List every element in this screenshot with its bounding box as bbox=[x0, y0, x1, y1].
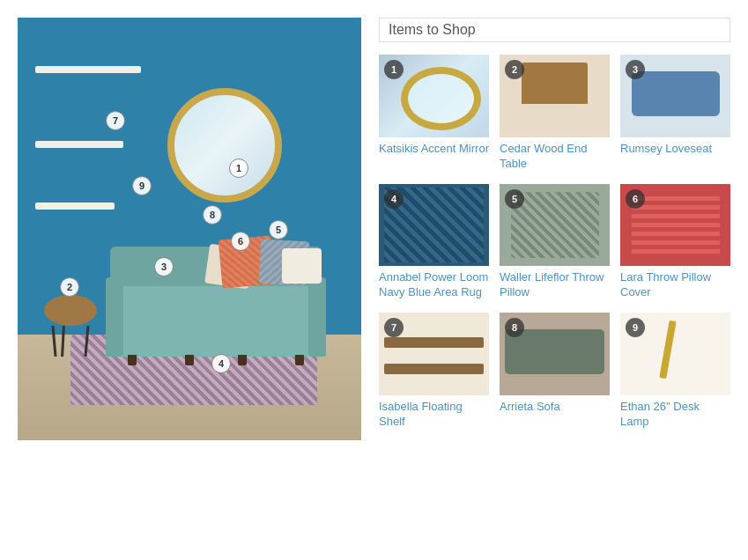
item-num-badge-4: 4 bbox=[384, 189, 404, 209]
item-num-badge-7: 7 bbox=[384, 318, 404, 337]
room-badge-7: 7 bbox=[106, 111, 125, 130]
item-card-7[interactable]: 7Isabella Floating Shelf bbox=[379, 313, 489, 430]
sofa-arm-left bbox=[106, 277, 123, 357]
room-mirror-prop bbox=[167, 88, 282, 203]
item-card-4[interactable]: 4Annabel Power Loom Navy Blue Area Rug bbox=[379, 184, 489, 301]
item-card-6[interactable]: 6Lara Throw Pillow Cover bbox=[620, 184, 730, 301]
item-image-wrap-5: 5 bbox=[500, 184, 610, 267]
item-name-3[interactable]: Rumsey Loveseat bbox=[620, 142, 730, 157]
item-name-4[interactable]: Annabel Power Loom Navy Blue Area Rug bbox=[379, 270, 489, 300]
item-image-wrap-2: 2 bbox=[500, 55, 610, 137]
item-num-badge-3: 3 bbox=[626, 60, 645, 79]
item-num-badge-2: 2 bbox=[505, 60, 524, 79]
item-num-badge-5: 5 bbox=[505, 189, 524, 209]
items-grid: 1Katsikis Accent Mirror2Cedar Wood End T… bbox=[379, 55, 730, 430]
room-badge-1: 1 bbox=[229, 158, 248, 178]
item-name-2[interactable]: Cedar Wood End Table bbox=[500, 142, 610, 172]
room-badge-6: 6 bbox=[231, 232, 250, 251]
room-badge-5: 5 bbox=[269, 220, 288, 239]
item-image-wrap-8: 8 bbox=[500, 313, 610, 395]
room-sofa-prop bbox=[106, 251, 326, 357]
room-image: 1 2 3 4 5 6 7 8 9 bbox=[18, 18, 361, 440]
room-endtable-prop bbox=[44, 295, 97, 357]
item-num-badge-6: 6 bbox=[626, 189, 645, 209]
shelf-top bbox=[35, 66, 141, 73]
item-name-9[interactable]: Ethan 26" Desk Lamp bbox=[620, 400, 730, 430]
room-badge-2: 2 bbox=[60, 277, 79, 297]
sofa-leg bbox=[295, 355, 304, 365]
item-name-5[interactable]: Waller Lifeflor Throw Pillow bbox=[500, 270, 610, 300]
item-image-wrap-6: 6 bbox=[620, 184, 730, 267]
shelf-mid bbox=[35, 141, 123, 148]
item-name-1[interactable]: Katsikis Accent Mirror bbox=[379, 142, 489, 157]
pillow-white bbox=[282, 248, 322, 284]
sofa-body bbox=[106, 286, 326, 357]
item-num-badge-9: 9 bbox=[626, 318, 645, 337]
item-card-9[interactable]: 9Ethan 26" Desk Lamp bbox=[620, 313, 730, 430]
item-name-8[interactable]: Arrieta Sofa bbox=[500, 400, 610, 415]
item-image-wrap-3: 3 bbox=[620, 55, 730, 137]
sofa-leg bbox=[128, 355, 137, 365]
sofa-leg bbox=[185, 355, 194, 365]
item-name-7[interactable]: Isabella Floating Shelf bbox=[379, 400, 489, 430]
item-image-wrap-1: 1 bbox=[379, 55, 489, 137]
room-badge-8: 8 bbox=[203, 205, 222, 225]
item-name-6[interactable]: Lara Throw Pillow Cover bbox=[620, 270, 730, 300]
room-badge-4: 4 bbox=[211, 354, 231, 373]
item-num-badge-8: 8 bbox=[505, 318, 524, 337]
endtable-leg bbox=[61, 326, 65, 357]
item-image-wrap-4: 4 bbox=[379, 184, 489, 267]
item-card-5[interactable]: 5Waller Lifeflor Throw Pillow bbox=[500, 184, 610, 301]
shop-title: Items to Shop bbox=[379, 18, 730, 42]
shop-panel: Items to Shop 1Katsikis Accent Mirror2Ce… bbox=[379, 18, 730, 542]
endtable-leg bbox=[84, 326, 89, 357]
item-image-wrap-9: 9 bbox=[620, 313, 730, 395]
room-badge-9: 9 bbox=[132, 176, 152, 195]
item-card-2[interactable]: 2Cedar Wood End Table bbox=[500, 55, 610, 172]
item-num-badge-1: 1 bbox=[384, 60, 404, 79]
endtable-top bbox=[44, 295, 97, 326]
sofa-leg bbox=[238, 355, 247, 365]
endtable-leg bbox=[51, 326, 56, 357]
item-card-8[interactable]: 8Arrieta Sofa bbox=[500, 313, 610, 430]
item-card-1[interactable]: 1Katsikis Accent Mirror bbox=[379, 55, 489, 172]
sofa-arm-right bbox=[308, 277, 326, 357]
item-image-wrap-7: 7 bbox=[379, 313, 489, 395]
item-card-3[interactable]: 3Rumsey Loveseat bbox=[620, 55, 730, 172]
shelf-bot bbox=[35, 203, 115, 210]
room-badge-3: 3 bbox=[154, 257, 174, 276]
